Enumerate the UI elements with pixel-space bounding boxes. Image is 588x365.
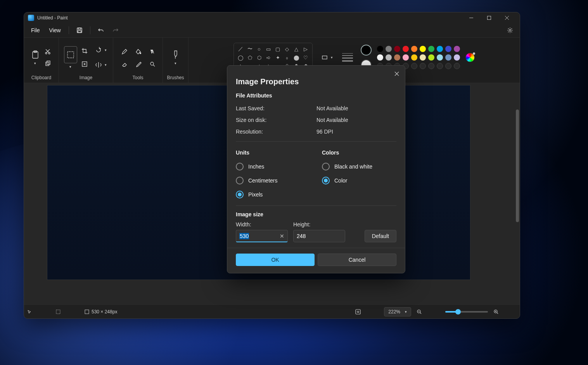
- width-input[interactable]: 530✕: [236, 230, 288, 242]
- svg-point-7: [509, 30, 511, 31]
- svg-rect-5: [78, 28, 81, 30]
- shape-option[interactable]: ▢: [274, 45, 281, 52]
- color-swatch[interactable]: [454, 54, 460, 61]
- color-swatch[interactable]: [437, 46, 443, 52]
- menu-view[interactable]: View: [45, 26, 65, 35]
- slider-thumb[interactable]: [455, 309, 461, 315]
- clear-icon[interactable]: ✕: [280, 233, 284, 239]
- eraser-icon[interactable]: [119, 59, 130, 69]
- magnifier-icon[interactable]: [147, 59, 157, 69]
- shape-option[interactable]: ⬠: [246, 54, 253, 61]
- paste-icon[interactable]: [30, 50, 40, 60]
- shape-option[interactable]: 〜: [246, 45, 253, 52]
- rotate-button[interactable]: ▾: [92, 44, 108, 56]
- shape-option[interactable]: ⬤: [293, 54, 300, 61]
- undo-icon[interactable]: [94, 24, 107, 36]
- color-swatch[interactable]: [386, 46, 392, 52]
- picker-icon[interactable]: [133, 59, 144, 69]
- fill-icon[interactable]: [133, 47, 144, 57]
- color-swatch[interactable]: [377, 54, 383, 61]
- color-swatch[interactable]: [411, 46, 417, 52]
- shape-outline-button[interactable]: ▾: [318, 52, 334, 63]
- zoom-select[interactable]: 222%▾: [384, 307, 411, 316]
- radio-color[interactable]: Color: [322, 174, 396, 188]
- settings-icon[interactable]: [503, 24, 517, 36]
- color-swatch[interactable]: [377, 46, 383, 52]
- value-size-on-disk: Not Available: [316, 117, 348, 123]
- color-swatch-empty[interactable]: [437, 63, 443, 69]
- minimize-button[interactable]: [462, 12, 480, 23]
- zoom-in-button[interactable]: [493, 309, 517, 315]
- color-swatch[interactable]: [403, 46, 409, 52]
- vertical-scrollbar[interactable]: [515, 86, 519, 301]
- color-swatch[interactable]: [428, 54, 434, 61]
- chevron-down-icon: ▾: [331, 56, 333, 59]
- color-swatch-empty[interactable]: [420, 63, 426, 69]
- color-swatch[interactable]: [428, 46, 434, 52]
- save-icon[interactable]: [73, 24, 86, 36]
- color-swatch[interactable]: [403, 54, 409, 61]
- chevron-down-icon[interactable]: ▾: [175, 61, 176, 65]
- ok-button[interactable]: OK: [236, 254, 315, 266]
- shape-option[interactable]: ➪: [265, 54, 272, 61]
- text-icon[interactable]: [147, 47, 157, 57]
- shape-option[interactable]: ⬡: [256, 54, 263, 61]
- flip-icon: [93, 60, 104, 70]
- height-input[interactable]: 248: [293, 230, 345, 242]
- shape-option[interactable]: ⬨: [284, 54, 291, 61]
- shape-option[interactable]: ▭: [265, 45, 272, 52]
- color-swatch[interactable]: [394, 54, 400, 61]
- zoom-slider[interactable]: [445, 311, 488, 313]
- color-swatch[interactable]: [386, 54, 392, 61]
- brush-icon[interactable]: [171, 50, 181, 60]
- color-swatch[interactable]: [445, 54, 451, 61]
- dialog-close-button[interactable]: [391, 68, 403, 80]
- crop-icon[interactable]: [80, 46, 90, 56]
- color-swatch-empty[interactable]: [445, 63, 451, 69]
- color-swatch[interactable]: [454, 46, 460, 52]
- redo-icon[interactable]: [109, 24, 122, 36]
- shape-option[interactable]: ◯: [237, 54, 244, 61]
- shape-option[interactable]: ▷: [302, 45, 309, 52]
- radio-bw[interactable]: Black and white: [322, 160, 396, 174]
- value-last-saved: Not Available: [316, 105, 348, 111]
- radio-centimeters[interactable]: Centimeters: [236, 174, 310, 188]
- menu-file[interactable]: File: [27, 26, 44, 35]
- stroke-width-button[interactable]: [340, 53, 355, 62]
- svg-point-10: [45, 52, 47, 54]
- color-swatch-empty[interactable]: [411, 63, 417, 69]
- select-tool[interactable]: [64, 46, 77, 63]
- color-swatch[interactable]: [437, 54, 443, 61]
- maximize-button[interactable]: [480, 12, 498, 23]
- color-swatch-empty[interactable]: [454, 63, 460, 69]
- shape-option[interactable]: △: [293, 45, 300, 52]
- flip-button[interactable]: ▾: [92, 59, 108, 71]
- cancel-button[interactable]: Cancel: [318, 254, 396, 266]
- color-swatch[interactable]: [420, 54, 426, 61]
- radio-inches[interactable]: Inches: [236, 160, 310, 174]
- color-swatch[interactable]: [394, 46, 400, 52]
- fit-to-window-icon[interactable]: [355, 309, 379, 315]
- pencil-icon[interactable]: [119, 47, 130, 57]
- radio-pixels[interactable]: Pixels: [236, 188, 310, 202]
- color-1[interactable]: [361, 45, 372, 56]
- close-button[interactable]: [498, 12, 516, 23]
- cut-icon[interactable]: [43, 47, 53, 57]
- color-swatch[interactable]: [445, 46, 451, 52]
- chevron-down-icon[interactable]: ▾: [69, 65, 71, 69]
- color-swatch[interactable]: [411, 54, 417, 61]
- color-swatch-empty[interactable]: [428, 63, 434, 69]
- shape-option[interactable]: ○: [256, 45, 263, 52]
- resize-icon[interactable]: [80, 59, 90, 69]
- chevron-down-icon[interactable]: ▾: [34, 61, 36, 65]
- edit-colors-button[interactable]: [465, 53, 475, 62]
- scrollbar-thumb[interactable]: [516, 110, 519, 222]
- default-button[interactable]: Default: [365, 230, 396, 242]
- copy-icon[interactable]: [43, 58, 53, 68]
- shape-option[interactable]: ✦: [274, 54, 281, 61]
- shape-option[interactable]: ♡: [302, 54, 309, 61]
- zoom-out-button[interactable]: [417, 309, 440, 315]
- shape-option[interactable]: ◇: [284, 45, 291, 52]
- color-swatch[interactable]: [420, 46, 426, 52]
- shape-option[interactable]: ／: [237, 45, 244, 52]
